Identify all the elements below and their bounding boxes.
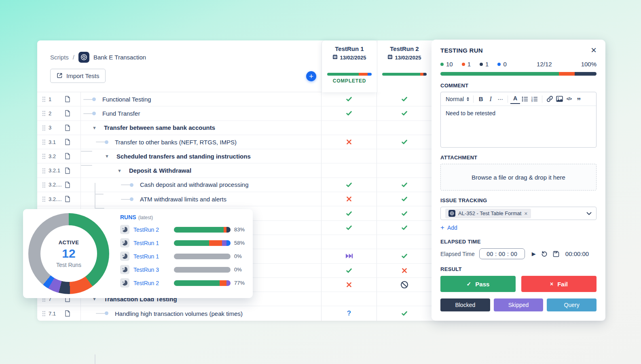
status-skip-icon[interactable] — [345, 253, 353, 259]
collapse-caret-icon[interactable]: ▼ — [92, 125, 97, 130]
status-pass-icon[interactable] — [401, 110, 408, 117]
run-status-cell[interactable] — [377, 206, 432, 220]
run-status-cell[interactable] — [377, 221, 432, 235]
run-status-cell[interactable] — [377, 249, 432, 263]
status-fail-icon[interactable] — [401, 267, 408, 274]
image-button[interactable] — [554, 94, 564, 104]
remove-issue-icon[interactable]: × — [524, 210, 527, 217]
attachment-dropzone[interactable]: Browse a file or drag & drop it here — [440, 164, 597, 190]
status-pass-icon[interactable] — [401, 252, 408, 260]
document-icon[interactable] — [65, 110, 70, 116]
run-link[interactable]: TestRun 2 — [133, 226, 174, 233]
status-query-icon[interactable]: ? — [347, 309, 351, 317]
test-title-cell[interactable]: ▼Transfer between same bank accounts — [81, 121, 322, 135]
run-status-cell[interactable] — [377, 106, 432, 120]
status-pass-icon[interactable] — [345, 224, 353, 231]
status-fail-icon[interactable] — [346, 139, 352, 145]
run-status-cell[interactable] — [322, 206, 377, 220]
link-button[interactable] — [545, 94, 554, 104]
run-status-cell[interactable] — [377, 135, 432, 149]
testrun2-column-header[interactable]: TestRun 2 13/02/2025 — [377, 40, 432, 92]
comment-input[interactable]: Need to be retested — [441, 106, 596, 147]
query-button[interactable]: Query — [547, 298, 597, 311]
drag-handle-icon[interactable] — [42, 110, 45, 116]
drag-handle-icon[interactable] — [42, 311, 45, 316]
status-pass-icon[interactable] — [345, 267, 353, 274]
run-link[interactable]: TestRun 2 — [133, 280, 174, 286]
test-title-cell[interactable]: Transfer to other banks (NEFT, RTGS, IMP… — [81, 135, 322, 149]
run-status-cell[interactable] — [322, 264, 377, 277]
drag-handle-icon[interactable] — [42, 182, 45, 188]
text-style-dropdown[interactable]: Normal — [444, 96, 471, 102]
document-icon[interactable] — [65, 125, 70, 131]
run-link[interactable]: TestRun 1 — [133, 240, 174, 246]
run-status-cell[interactable] — [322, 121, 377, 135]
status-pass-icon[interactable] — [401, 224, 408, 231]
run-status-cell[interactable]: ? — [322, 306, 377, 320]
status-pass-icon[interactable] — [401, 181, 408, 188]
document-icon[interactable] — [65, 153, 70, 159]
save-time-icon[interactable] — [553, 251, 559, 257]
document-icon[interactable] — [65, 167, 70, 174]
run-status-cell[interactable] — [322, 249, 377, 263]
run-status-cell[interactable] — [377, 292, 432, 306]
italic-button[interactable]: I — [486, 94, 495, 104]
run-status-cell[interactable] — [322, 106, 377, 120]
bold-button[interactable]: B — [476, 94, 486, 104]
drag-handle-icon[interactable] — [42, 139, 45, 145]
run-status-cell[interactable] — [322, 192, 377, 206]
run-status-cell[interactable] — [377, 121, 432, 135]
drag-handle-icon[interactable] — [42, 153, 45, 159]
run-status-cell[interactable] — [322, 135, 377, 149]
run-status-cell[interactable] — [377, 92, 432, 106]
run-status-cell[interactable] — [377, 264, 432, 277]
testrun1-column-header[interactable]: TestRun 1 13/02/2025 COMPLETED — [322, 40, 377, 92]
bullet-list-button[interactable] — [520, 94, 530, 104]
document-icon[interactable] — [65, 182, 70, 188]
run-status-cell[interactable] — [377, 278, 432, 292]
status-pass-icon[interactable] — [345, 110, 353, 117]
text-color-button[interactable]: A — [510, 94, 520, 104]
test-title-cell[interactable]: Handling high transaction volumes (peak … — [81, 306, 322, 320]
drag-handle-icon[interactable] — [42, 168, 45, 174]
status-pass-icon[interactable] — [345, 95, 353, 103]
test-title-cell[interactable]: ATM withdrawal limits and alerts — [81, 192, 322, 206]
status-pass-icon[interactable] — [401, 210, 408, 217]
fail-button[interactable]: × Fail — [521, 276, 597, 292]
run-link[interactable]: TestRun 1 — [133, 253, 174, 260]
document-icon[interactable] — [65, 310, 70, 317]
run-status-cell[interactable] — [322, 292, 377, 306]
run-status-cell[interactable] — [377, 235, 432, 249]
quote-button[interactable]: ” — [574, 94, 584, 104]
test-title-cell[interactable]: ▼Scheduled transfers and standing instru… — [81, 149, 322, 163]
document-icon[interactable] — [65, 196, 70, 202]
status-pass-icon[interactable] — [345, 210, 353, 217]
reset-timer-icon[interactable] — [541, 251, 548, 257]
issue-select[interactable]: AL-352 - Test Table Format × — [440, 207, 597, 220]
run-status-cell[interactable] — [377, 178, 432, 192]
document-icon[interactable] — [65, 96, 70, 102]
status-block-icon[interactable] — [400, 281, 408, 289]
run-status-cell[interactable] — [322, 221, 377, 235]
run-status-cell[interactable] — [322, 178, 377, 192]
run-status-cell[interactable] — [322, 92, 377, 106]
blocked-button[interactable]: Blocked — [440, 298, 490, 311]
test-title-cell[interactable]: Cash deposit and withdrawal processing — [81, 178, 322, 192]
run-status-cell[interactable] — [377, 149, 432, 163]
test-title-cell[interactable]: Fund Transfer — [81, 106, 322, 120]
run-status-cell[interactable] — [322, 163, 377, 177]
run-status-cell[interactable] — [377, 306, 432, 320]
more-formatting-button[interactable]: ⋯ — [495, 94, 505, 104]
status-pass-icon[interactable] — [345, 181, 353, 188]
run-status-cell[interactable] — [322, 235, 377, 249]
run-link[interactable]: TestRun 3 — [133, 267, 174, 273]
collapse-caret-icon[interactable]: ▼ — [105, 154, 109, 159]
run-status-cell[interactable] — [322, 149, 377, 163]
run-status-cell[interactable] — [322, 278, 377, 292]
drag-handle-icon[interactable] — [42, 125, 45, 131]
status-pass-icon[interactable] — [401, 95, 408, 103]
test-title-cell[interactable]: Functional Testing — [81, 92, 322, 106]
status-pass-icon[interactable] — [401, 138, 408, 146]
status-fail-icon[interactable] — [346, 281, 352, 288]
skipped-button[interactable]: Skipped — [494, 298, 544, 311]
